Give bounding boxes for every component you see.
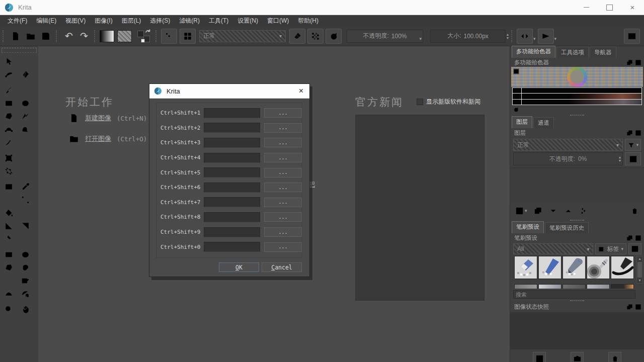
tool-fill[interactable] bbox=[2, 207, 15, 219]
shortcut-input-1[interactable] bbox=[204, 108, 260, 118]
float-docker-icon[interactable] bbox=[626, 304, 633, 310]
chevron-down-icon[interactable]: ▾ bbox=[533, 36, 536, 41]
cancel-button[interactable]: Cancel bbox=[262, 262, 302, 272]
docker-splitter[interactable] bbox=[510, 299, 644, 302]
tool-transform[interactable] bbox=[2, 152, 15, 164]
menu-view[interactable]: 视图(V) bbox=[61, 16, 90, 26]
tool-rectangular-select[interactable] bbox=[2, 249, 15, 260]
ok-button[interactable]: OK bbox=[219, 262, 259, 272]
undo-button[interactable]: ↶ bbox=[61, 29, 76, 44]
shortcut-input-0[interactable] bbox=[204, 242, 260, 252]
move-layer-down-icon[interactable] bbox=[549, 207, 557, 215]
preset-ink-gpen[interactable] bbox=[611, 256, 634, 279]
size-spinner[interactable]: ▴ ▾ bbox=[507, 33, 509, 40]
tab-channels[interactable]: 通道 bbox=[533, 117, 554, 128]
preset-scrollbar[interactable]: ▴ ▾ bbox=[636, 256, 643, 284]
toolbar-drag-handle[interactable] bbox=[3, 30, 6, 42]
float-docker-icon[interactable] bbox=[626, 59, 633, 66]
menu-window[interactable]: 窗口(W) bbox=[263, 16, 293, 26]
reload-original-preset-button[interactable] bbox=[326, 29, 342, 44]
close-docker-icon[interactable] bbox=[635, 304, 641, 310]
layer-properties-button[interactable] bbox=[625, 152, 641, 165]
tool-text[interactable] bbox=[19, 56, 32, 67]
save-button[interactable] bbox=[38, 29, 53, 44]
gradient-chooser[interactable] bbox=[100, 30, 114, 42]
open-image-item[interactable]: 打开图像 (Ctrl+O) bbox=[68, 133, 147, 144]
preset-partial[interactable] bbox=[611, 284, 634, 289]
new-image-link[interactable]: 新建图像 bbox=[85, 114, 111, 123]
tool-calligraphy[interactable] bbox=[19, 69, 32, 80]
preset-marker-dry[interactable] bbox=[562, 256, 586, 279]
browse-button-8[interactable]: ... bbox=[264, 212, 302, 222]
tool-pan[interactable] bbox=[19, 304, 32, 315]
dialog-close-button[interactable]: × bbox=[297, 87, 305, 95]
shortcut-input-6[interactable] bbox=[204, 183, 260, 193]
shortcut-input-7[interactable] bbox=[204, 197, 260, 207]
tool-contiguous-select[interactable] bbox=[2, 275, 15, 287]
chevron-down-icon[interactable]: ▾ bbox=[554, 36, 557, 41]
browse-button-3[interactable]: ... bbox=[264, 138, 302, 147]
browse-button-1[interactable]: ... bbox=[264, 108, 302, 118]
blending-mode-dropdown[interactable]: 正常 ▾ bbox=[199, 30, 286, 42]
menu-tools[interactable]: 工具(T) bbox=[204, 16, 233, 26]
tool-elliptical-select[interactable] bbox=[19, 249, 32, 260]
tool-freehand-brush[interactable] bbox=[2, 84, 15, 96]
tool-move[interactable] bbox=[19, 152, 32, 164]
menu-image[interactable]: 图像(I) bbox=[90, 16, 117, 26]
show-news-label[interactable]: 显示新版软件和新闻 bbox=[426, 98, 480, 106]
show-news-checkbox[interactable] bbox=[417, 99, 423, 105]
tool-colorize-mask[interactable] bbox=[19, 194, 32, 206]
menu-file[interactable]: 文件(F) bbox=[3, 16, 32, 26]
preset-partial[interactable] bbox=[538, 284, 561, 289]
add-layer-button[interactable]: ▾ bbox=[515, 207, 527, 215]
preset-filter-dropdown[interactable]: All ▾ bbox=[513, 243, 593, 254]
duplicate-layer-icon[interactable] bbox=[534, 207, 542, 215]
close-button[interactable]: × bbox=[621, 0, 644, 15]
browse-button-0[interactable]: ... bbox=[264, 242, 302, 252]
opacity-slider[interactable]: 不透明度: 100% ▾ bbox=[347, 30, 423, 43]
shortcut-input-4[interactable] bbox=[204, 153, 260, 163]
eraser-mode-button[interactable] bbox=[289, 29, 305, 44]
tool-zoom[interactable] bbox=[2, 304, 15, 315]
preset-partial[interactable] bbox=[514, 284, 537, 289]
scroll-down-icon[interactable]: ▾ bbox=[638, 278, 640, 283]
layer-properties-icon[interactable] bbox=[579, 207, 588, 215]
workspace-chooser-button[interactable] bbox=[624, 29, 640, 44]
tool-polygon[interactable] bbox=[2, 111, 15, 122]
tool-dynamic-brush[interactable] bbox=[2, 137, 15, 148]
menu-help[interactable]: 帮助(H) bbox=[293, 16, 323, 26]
tool-reference-images[interactable] bbox=[2, 233, 15, 245]
remove-snapshot-button[interactable] bbox=[608, 352, 621, 362]
browse-button-6[interactable]: ... bbox=[264, 183, 302, 192]
float-docker-icon[interactable] bbox=[626, 235, 633, 241]
layer-blend-mode-dropdown[interactable]: 正常 ▾ bbox=[513, 139, 623, 151]
menu-layer[interactable]: 图层(L) bbox=[117, 16, 146, 26]
mirror-vertical-axis-button[interactable] bbox=[517, 29, 533, 44]
menu-filter[interactable]: 滤镜(R) bbox=[175, 16, 204, 26]
tool-magnetic-select[interactable] bbox=[19, 288, 32, 300]
pattern-chooser[interactable] bbox=[117, 30, 132, 42]
tab-navigator[interactable]: 导航器 bbox=[590, 47, 616, 58]
close-docker-icon[interactable] bbox=[635, 130, 641, 136]
tool-bezier-select[interactable] bbox=[2, 288, 15, 300]
tool-assistants[interactable] bbox=[2, 220, 15, 232]
preset-partial[interactable] bbox=[562, 284, 586, 289]
tag-button[interactable]: 标签 ▾ bbox=[595, 243, 626, 254]
minimize-button[interactable] bbox=[575, 0, 598, 15]
browse-button-9[interactable]: ... bbox=[264, 227, 302, 237]
tool-polygonal-select[interactable] bbox=[2, 262, 15, 274]
shortcut-input-8[interactable] bbox=[204, 212, 260, 222]
preset-view-mode-button[interactable] bbox=[628, 243, 641, 254]
float-docker-icon[interactable] bbox=[626, 130, 633, 136]
refresh-colors-icon[interactable] bbox=[513, 106, 519, 113]
menu-edit[interactable]: 编辑(E) bbox=[32, 16, 61, 26]
scrollbar-thumb[interactable] bbox=[637, 262, 642, 278]
tool-measure[interactable] bbox=[19, 220, 32, 232]
menu-settings[interactable]: 设置(N) bbox=[233, 16, 263, 26]
layer-filter-button[interactable]: ▾ bbox=[625, 139, 641, 151]
color-selector-wheel-area[interactable] bbox=[511, 67, 643, 87]
swap-colors-icon[interactable] bbox=[145, 29, 151, 35]
layer-opacity-slider[interactable]: 不透明度: 0% ▴ ▾ bbox=[513, 152, 623, 165]
preset-pencil-blue[interactable] bbox=[538, 256, 561, 279]
browse-button-4[interactable]: ... bbox=[264, 153, 302, 162]
